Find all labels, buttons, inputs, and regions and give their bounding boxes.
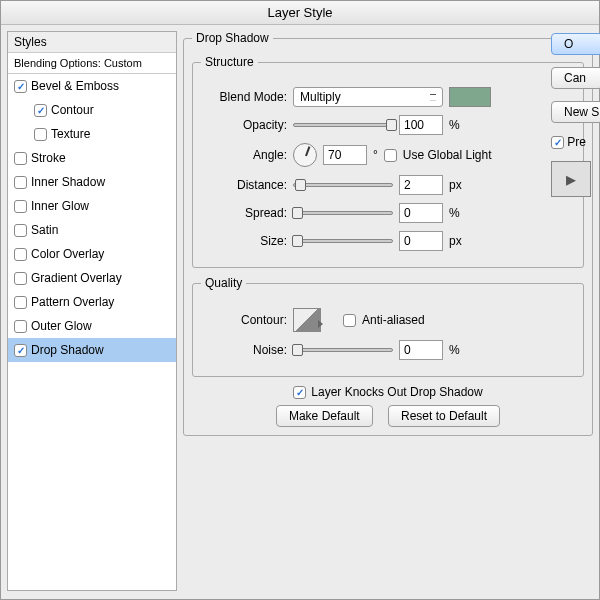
sidebar-item-label: Satin [31,223,58,237]
blend-mode-field: Blend Mode: Multiply [201,87,575,107]
angle-input[interactable]: 70 [323,145,367,165]
shadow-color-swatch[interactable] [449,87,491,107]
checkbox-icon[interactable] [14,224,27,237]
opacity-field: Opacity: 100 % [201,115,575,135]
checkbox-icon[interactable] [14,80,27,93]
sidebar-item-gradient-overlay[interactable]: Gradient Overlay [8,266,176,290]
size-field: Size: 0 px [201,231,575,251]
checkbox-icon[interactable] [14,320,27,333]
style-preview-swatch: ▸ [551,161,591,197]
size-input[interactable]: 0 [399,231,443,251]
opacity-unit: % [449,118,460,132]
main-panel: Drop Shadow Structure Blend Mode: Multip… [183,31,593,589]
noise-field: Noise: 0 % [201,340,575,360]
new-style-button[interactable]: New S [551,101,600,123]
sidebar-header[interactable]: Styles [8,32,176,53]
spread-input[interactable]: 0 [399,203,443,223]
preview-checkbox[interactable] [551,136,564,149]
knocks-out-checkbox[interactable] [293,386,306,399]
checkbox-icon[interactable] [14,200,27,213]
checkbox-icon[interactable] [14,272,27,285]
contour-label: Contour: [201,313,287,327]
checkbox-icon[interactable] [14,152,27,165]
checkbox-icon[interactable] [14,296,27,309]
size-label: Size: [201,234,287,248]
ok-button[interactable]: O [551,33,600,55]
opacity-label: Opacity: [201,118,287,132]
structure-legend: Structure [201,55,258,69]
checkbox-icon[interactable] [34,104,47,117]
preview-row: Pre [551,135,600,149]
blend-mode-select[interactable]: Multiply [293,87,443,107]
antialias-label: Anti-aliased [362,313,425,327]
sidebar-item-label: Color Overlay [31,247,104,261]
sidebar-item-texture[interactable]: Texture [8,122,176,146]
sidebar-item-inner-glow[interactable]: Inner Glow [8,194,176,218]
knocks-out-label: Layer Knocks Out Drop Shadow [311,385,482,399]
blend-mode-value: Multiply [300,90,341,104]
angle-dial[interactable] [293,143,317,167]
contour-picker[interactable] [293,308,321,332]
global-light-label: Use Global Light [403,148,492,162]
noise-unit: % [449,343,460,357]
checkbox-icon[interactable] [14,344,27,357]
sidebar-item-label: Inner Shadow [31,175,105,189]
sidebar-item-label: Contour [51,103,94,117]
sidebar-item-label: Outer Glow [31,319,92,333]
opacity-slider[interactable] [293,123,393,127]
drop-shadow-group: Drop Shadow Structure Blend Mode: Multip… [183,31,593,436]
distance-field: Distance: 2 px [201,175,575,195]
layer-style-dialog: Layer Style Styles Blending Options: Cus… [0,0,600,600]
angle-label: Angle: [201,148,287,162]
antialias-checkbox[interactable] [343,314,356,327]
blend-mode-label: Blend Mode: [201,90,287,104]
sidebar-item-drop-shadow[interactable]: Drop Shadow [8,338,176,362]
distance-input[interactable]: 2 [399,175,443,195]
spread-slider[interactable] [293,211,393,215]
global-light-checkbox[interactable] [384,149,397,162]
spread-label: Spread: [201,206,287,220]
sidebar-item-color-overlay[interactable]: Color Overlay [8,242,176,266]
cancel-button[interactable]: Can [551,67,600,89]
blending-options-row[interactable]: Blending Options: Custom [8,53,176,74]
checkbox-icon[interactable] [34,128,47,141]
checkbox-icon[interactable] [14,248,27,261]
sidebar-item-label: Gradient Overlay [31,271,122,285]
noise-slider[interactable] [293,348,393,352]
default-buttons: Make Default Reset to Default [192,405,584,427]
distance-label: Distance: [201,178,287,192]
angle-field: Angle: 70 ° Use Global Light [201,143,575,167]
sidebar-item-label: Pattern Overlay [31,295,114,309]
drop-shadow-legend: Drop Shadow [192,31,273,45]
styles-sidebar: Styles Blending Options: Custom Bevel & … [7,31,177,591]
sidebar-item-contour[interactable]: Contour [8,98,176,122]
sidebar-item-label: Bevel & Emboss [31,79,119,93]
opacity-input[interactable]: 100 [399,115,443,135]
checkbox-icon[interactable] [14,176,27,189]
distance-unit: px [449,178,462,192]
knocks-out-row: Layer Knocks Out Drop Shadow [192,385,584,399]
sidebar-item-satin[interactable]: Satin [8,218,176,242]
sidebar-item-bevel-emboss[interactable]: Bevel & Emboss [8,74,176,98]
make-default-button[interactable]: Make Default [276,405,373,427]
angle-unit: ° [373,148,378,162]
noise-label: Noise: [201,343,287,357]
preview-label: Pre [567,135,586,149]
reset-default-button[interactable]: Reset to Default [388,405,500,427]
sidebar-item-label: Texture [51,127,90,141]
sidebar-item-label: Stroke [31,151,66,165]
size-slider[interactable] [293,239,393,243]
sidebar-item-stroke[interactable]: Stroke [8,146,176,170]
spread-field: Spread: 0 % [201,203,575,223]
size-unit: px [449,234,462,248]
dialog-right-buttons: O Can New S Pre ▸ [551,33,600,197]
quality-group: Quality Contour: Anti-aliased Noise: 0 % [192,276,584,377]
sidebar-item-outer-glow[interactable]: Outer Glow [8,314,176,338]
sidebar-item-pattern-overlay[interactable]: Pattern Overlay [8,290,176,314]
quality-legend: Quality [201,276,246,290]
sidebar-item-inner-shadow[interactable]: Inner Shadow [8,170,176,194]
distance-slider[interactable] [293,183,393,187]
noise-input[interactable]: 0 [399,340,443,360]
spread-unit: % [449,206,460,220]
contour-field: Contour: Anti-aliased [201,308,575,332]
